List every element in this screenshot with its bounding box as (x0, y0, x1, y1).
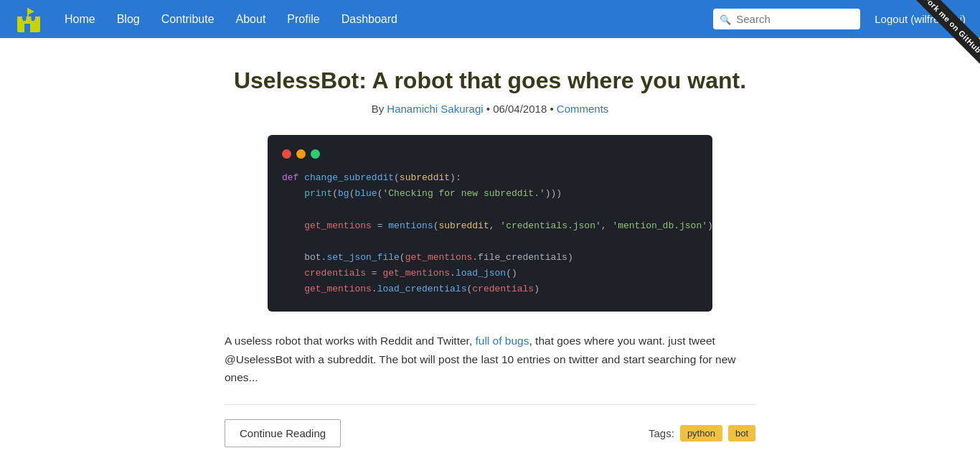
code-content: def change_subreddit(subreddit): print(b… (282, 170, 698, 297)
nav-links: Home Blog Contribute About Profile Dashb… (65, 13, 713, 26)
nav-dashboard[interactable]: Dashboard (341, 13, 397, 26)
by-label: By (372, 103, 385, 115)
svg-marker-8 (29, 9, 34, 14)
main-content: UselessBot: A robot that goes where you … (210, 38, 770, 453)
article-footer: Continue Reading Tags: python bot (225, 419, 755, 447)
article-title: UselessBot: A robot that goes where you … (225, 67, 755, 94)
tag-python[interactable]: python (680, 425, 722, 442)
article-divider (225, 404, 755, 405)
tags-label: Tags: (649, 427, 674, 439)
nav-contribute[interactable]: Contribute (161, 13, 215, 26)
comments-link[interactable]: Comments (557, 103, 609, 115)
search-input[interactable] (713, 9, 860, 29)
svg-rect-5 (32, 17, 34, 21)
svg-rect-4 (23, 17, 26, 21)
site-logo[interactable] (14, 5, 43, 34)
minimize-dot (296, 149, 306, 159)
svg-rect-1 (17, 17, 22, 22)
fork-github-link[interactable]: Fork me on GitHub (911, 0, 980, 66)
svg-rect-7 (27, 8, 29, 17)
nav-profile[interactable]: Profile (287, 13, 319, 26)
navbar: Home Blog Contribute About Profile Dashb… (0, 0, 980, 38)
svg-rect-6 (24, 24, 30, 32)
search-area: 🔍 (713, 9, 860, 29)
nav-blog[interactable]: Blog (117, 13, 140, 26)
author-link[interactable]: Hanamichi Sakuragi (387, 103, 486, 115)
svg-rect-3 (35, 17, 40, 22)
article-date: 06/04/2018 (493, 103, 547, 115)
article-meta: By Hanamichi Sakuragi • 06/04/2018 • Com… (225, 103, 755, 115)
code-block: def change_subreddit(subreddit): print(b… (268, 135, 712, 312)
window-controls (282, 149, 698, 159)
fork-ribbon: Fork me on GitHub (908, 0, 980, 72)
maximize-dot (311, 149, 320, 159)
svg-rect-2 (27, 17, 32, 22)
continue-reading-button[interactable]: Continue Reading (225, 419, 341, 447)
full-of-bugs-link[interactable]: full of bugs (476, 335, 529, 347)
close-dot (282, 149, 291, 159)
nav-about[interactable]: About (236, 13, 266, 26)
tag-bot[interactable]: bot (728, 425, 755, 442)
article-excerpt: A useless robot that works with Reddit a… (225, 332, 755, 387)
tags-area: Tags: python bot (649, 425, 755, 442)
nav-home[interactable]: Home (65, 13, 95, 26)
